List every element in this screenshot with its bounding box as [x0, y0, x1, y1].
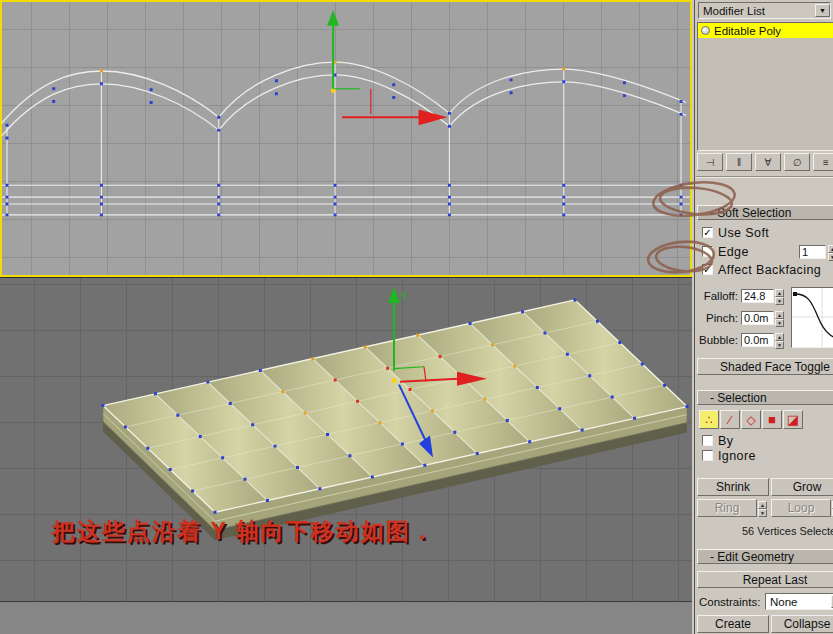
rollout-title: - Soft Selection [710, 206, 791, 220]
configure-modifier-sets-icon: ≡ [823, 157, 829, 168]
configure-modifier-sets-button[interactable]: ≡ [813, 153, 833, 171]
rollout-title: - Selection [710, 391, 767, 405]
by-vertex-checkbox[interactable]: By [702, 434, 733, 447]
edge-distance-field[interactable]: 1 [799, 245, 826, 259]
loop-button[interactable]: Loop [771, 499, 831, 517]
pinch-row: Pinch: 0.0m ▲ ▼ [697, 310, 784, 325]
checkbox-label: Ignore [718, 449, 756, 463]
viewport-perspective[interactable]: y 把这些点沿着 Y 轴向下移动如图 . [0, 277, 692, 601]
selection-status: 56 Vertices Selected [742, 525, 833, 537]
create-button[interactable]: Create [697, 615, 769, 633]
affect-backfacing-checkbox[interactable]: ✓ Affect Backfacing [702, 263, 821, 276]
perspective-viewport-canvas[interactable]: y [0, 278, 692, 601]
checkbox-label: Edge [718, 245, 749, 259]
viewport-front[interactable] [0, 0, 692, 277]
checkbox-checked-icon: ✓ [702, 227, 713, 238]
checkbox-label: By [718, 434, 733, 448]
edge-mode-button[interactable]: ∕ [720, 410, 740, 429]
spinner-down-icon[interactable]: ▼ [775, 297, 784, 305]
remove-modifier-button[interactable]: ∅ [784, 153, 810, 171]
shrink-button[interactable]: Shrink [697, 478, 769, 496]
falloff-spinner[interactable]: ▲ ▼ [775, 289, 784, 303]
checkbox-label: Use Soft [718, 226, 769, 240]
rollout-soft-selection[interactable]: - Soft Selection [697, 205, 833, 220]
falloff-curve [791, 287, 833, 348]
vertex-mode-button[interactable]: ∴ [699, 410, 719, 429]
pin-stack-icon: ⊣ [706, 157, 715, 168]
checkbox-unchecked-icon [702, 435, 713, 446]
element-mode-button[interactable]: ◪ [783, 410, 803, 429]
show-end-result-icon: ‖ [737, 157, 741, 168]
falloff-field[interactable]: 24.8 [741, 289, 774, 303]
make-unique-button[interactable]: ∀ [755, 153, 781, 171]
spinner-up-icon[interactable]: ▲ [775, 333, 784, 341]
ring-spinner[interactable]: ▲ ▼ [758, 501, 767, 515]
element-icon: ◪ [787, 413, 799, 426]
pinch-label: Pinch: [697, 312, 741, 324]
shaded-face-toggle-button[interactable]: Shaded Face Toggle [697, 358, 833, 375]
modifier-list-dropdown[interactable]: Modifier List ▼ [698, 2, 831, 19]
constraints-value: None [770, 596, 798, 608]
checkbox-unchecked-icon [702, 246, 713, 257]
pin-stack-button[interactable]: ⊣ [697, 153, 723, 171]
mattress-profile-wireframe [2, 61, 690, 217]
spinner-up-icon[interactable]: ▲ [775, 289, 784, 297]
annotation-text: 把这些点沿着 Y 轴向下移动如图 . [52, 516, 428, 547]
ignore-backfacing-checkbox[interactable]: Ignore [702, 449, 756, 462]
use-soft-selection-checkbox[interactable]: ✓ Use Soft [702, 226, 769, 239]
modifier-stack: Editable Poly [697, 22, 833, 151]
checkbox-checked-icon: ✓ [702, 264, 713, 275]
ring-button[interactable]: Ring [697, 499, 757, 517]
edge-icon: ∕ [729, 414, 731, 426]
make-unique-icon: ∀ [765, 157, 772, 168]
constraints-label: Constraints: [699, 596, 760, 608]
bubble-label: Bubble: [697, 334, 741, 346]
axis-label-y: y [401, 288, 407, 300]
transform-gizmo[interactable] [327, 10, 447, 125]
spinner-up-icon[interactable]: ▲ [828, 245, 833, 253]
modifier-stack-toolbar: ⊣ ‖ ∀ ∅ ≡ [697, 153, 833, 172]
falloff-row: Falloff: 24.8 ▲ ▼ [697, 288, 784, 303]
lightbulb-icon[interactable] [701, 26, 710, 35]
repeat-last-button[interactable]: Repeat Last [697, 571, 833, 588]
rollout-selection[interactable]: - Selection [697, 390, 833, 405]
bubble-field[interactable]: 0.0m [741, 333, 774, 347]
spinner-up-icon[interactable]: ▲ [775, 311, 784, 319]
border-icon: ◇ [746, 414, 755, 426]
constraints-dropdown[interactable]: None ▼ [765, 593, 833, 610]
grow-button[interactable]: Grow [771, 478, 833, 496]
vertex-icon: ∴ [705, 414, 713, 426]
modifier-stack-item-editable-poly[interactable]: Editable Poly [698, 23, 833, 38]
modifier-stack-item-label: Editable Poly [714, 25, 781, 37]
screen: y 把这些点沿着 Y 轴向下移动如图 . Modifier List ▼ Edi… [0, 0, 833, 634]
modifier-list-value: Modifier List [703, 5, 765, 17]
sub-object-mode-row: ∴ ∕ ◇ ■ ◪ [699, 410, 803, 429]
polygon-mode-button[interactable]: ■ [762, 410, 782, 429]
show-end-result-button[interactable]: ‖ [726, 153, 752, 171]
checkbox-unchecked-icon [702, 450, 713, 461]
falloff-label: Falloff: [697, 290, 741, 302]
rollout-title: - Edit Geometry [710, 550, 794, 564]
polygon-icon: ■ [768, 413, 776, 426]
spinner-down-icon[interactable]: ▼ [775, 319, 784, 327]
collapse-button[interactable]: Collapse [771, 615, 833, 633]
front-viewport-canvas[interactable] [2, 2, 690, 275]
remove-modifier-icon: ∅ [793, 157, 802, 168]
spinner-up-icon[interactable]: ▲ [758, 501, 767, 509]
spinner-down-icon[interactable]: ▼ [775, 341, 784, 349]
spinner-down-icon[interactable]: ▼ [828, 253, 833, 261]
pinch-field[interactable]: 0.0m [741, 311, 774, 325]
spinner-down-icon[interactable]: ▼ [758, 509, 767, 517]
edge-distance-checkbox[interactable]: Edge [702, 245, 749, 258]
rollout-edit-geometry[interactable]: - Edit Geometry [697, 549, 833, 564]
border-mode-button[interactable]: ◇ [741, 410, 761, 429]
command-panel: Modifier List ▼ Editable Poly ⊣ ‖ ∀ ∅ ≡ … [694, 0, 833, 634]
edge-distance-spinner[interactable]: ▲ ▼ [828, 245, 833, 259]
checkbox-label: Affect Backfacing [718, 263, 821, 277]
divider [696, 176, 833, 178]
pinch-spinner[interactable]: ▲ ▼ [775, 311, 784, 325]
bubble-spinner[interactable]: ▲ ▼ [775, 333, 784, 347]
bottom-strip [0, 601, 692, 634]
bubble-row: Bubble: 0.0m ▲ ▼ [697, 332, 784, 347]
chevron-down-icon[interactable]: ▼ [815, 4, 830, 17]
